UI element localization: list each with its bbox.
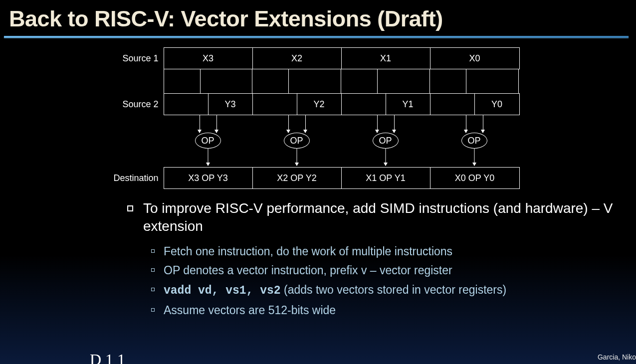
- op-ellipse-1: OP: [373, 133, 399, 149]
- cell-y3: Y3: [209, 94, 253, 115]
- title-underline: [4, 36, 629, 38]
- cell-d3: X3 OP Y3: [164, 168, 253, 188]
- footer-left-fragment: D 1 1: [90, 351, 125, 364]
- sub-bullet-3-text: vadd vd, vs1, vs2 (adds two vectors stor…: [164, 281, 506, 300]
- sub-bullet-4-text: Assume vectors are 512-bits wide: [164, 302, 336, 320]
- cell-x0: X0: [430, 48, 519, 69]
- square-bullet-icon: [151, 249, 155, 253]
- destination-cells: X3 OP Y3 X2 OP Y2 X1 OP Y1 X0 OP Y0: [164, 167, 520, 189]
- code-snippet: vadd vd, vs1, vs2: [164, 284, 281, 297]
- source2-row: Source 2 Y3 Y2 Y1 Y0: [106, 94, 530, 115]
- arrows-to-op: [106, 115, 530, 123]
- cell-d0: X0 OP Y0: [430, 168, 519, 188]
- sub-bullet-4: Assume vectors are 512-bits wide: [151, 302, 626, 320]
- cell-y0: Y0: [475, 94, 519, 115]
- square-bullet-icon: [151, 268, 155, 272]
- square-bullet-icon: [151, 308, 155, 312]
- op-ellipse-2: OP: [284, 133, 310, 149]
- square-bullet-icon: [151, 288, 155, 291]
- source2-label: Source 2: [106, 99, 164, 110]
- source1-label: Source 1: [106, 53, 164, 64]
- source1-cells: X3 X2 X1 X0: [164, 47, 520, 69]
- content-area: To improve RISC-V performance, add SIMD …: [0, 188, 636, 319]
- slide-title: Back to RISC-V: Vector Extensions (Draft…: [0, 0, 636, 33]
- cell-y2: Y2: [297, 94, 342, 115]
- op-ellipse-3: OP: [195, 133, 221, 149]
- sub-bullet-list: Fetch one instruction, do the work of mu…: [127, 243, 626, 320]
- op-ellipse-0: OP: [461, 133, 487, 149]
- cell-y1: Y1: [386, 94, 430, 115]
- square-bullet-icon: [127, 205, 133, 211]
- op-row: OP OP OP OP: [106, 123, 530, 168]
- cell-d1: X1 OP Y1: [342, 168, 430, 188]
- destination-row: Destination X3 OP Y3 X2 OP Y2 X1 OP Y1 X…: [106, 168, 530, 188]
- footer-credit: Garcia, Niko: [598, 353, 636, 361]
- cell-x3: X3: [164, 48, 253, 69]
- source1-row: Source 1 X3 X2 X1 X0: [106, 48, 530, 69]
- destination-label: Destination: [106, 173, 164, 183]
- sub-bullet-2-text: OP denotes a vector instruction, prefix …: [164, 262, 452, 280]
- main-bullet: To improve RISC-V performance, add SIMD …: [127, 199, 626, 236]
- cell-d2: X2 OP Y2: [253, 168, 342, 188]
- source2-cells: Y3 Y2 Y1 Y0: [164, 93, 520, 115]
- cell-x2: X2: [253, 48, 342, 69]
- simd-diagram: Source 1 X3 X2 X1 X0 Source 2 Y3 Y2 Y1 Y…: [106, 48, 530, 188]
- cell-x1: X1: [342, 48, 430, 69]
- gap-row-1: [106, 69, 530, 94]
- sub-bullet-1: Fetch one instruction, do the work of mu…: [151, 243, 626, 261]
- sub-bullet-2: OP denotes a vector instruction, prefix …: [151, 262, 626, 280]
- sub-bullet-3-suffix: (adds two vectors stored in vector regis…: [281, 283, 507, 296]
- main-bullet-text: To improve RISC-V performance, add SIMD …: [143, 199, 626, 236]
- sub-bullet-1-text: Fetch one instruction, do the work of mu…: [164, 243, 452, 261]
- sub-bullet-3: vadd vd, vs1, vs2 (adds two vectors stor…: [151, 281, 626, 300]
